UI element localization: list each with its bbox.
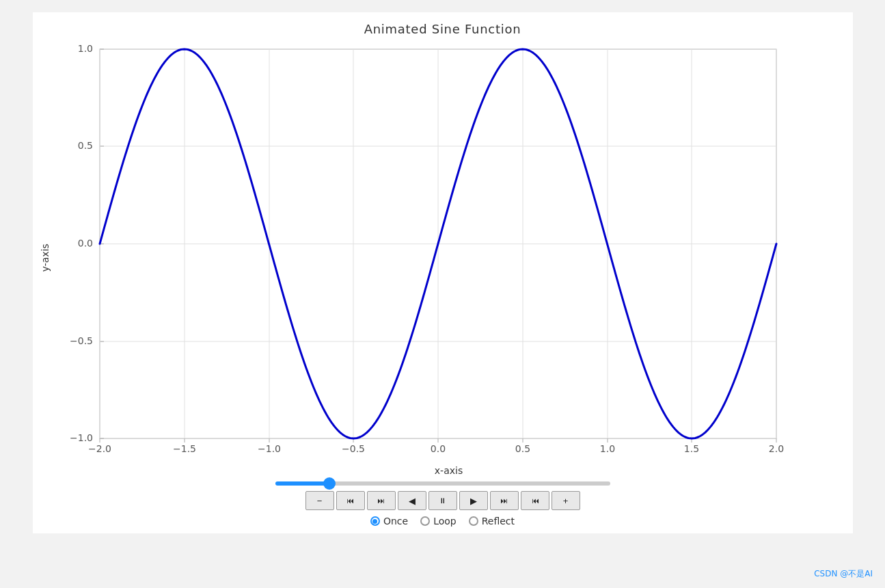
radio-row: Once Loop Reflect [370,516,515,527]
speed-increase-button[interactable]: + [552,491,580,510]
x-tick-label: 0.5 [515,443,530,454]
x-tick-label: −1.0 [258,443,281,454]
slider-row [272,481,614,486]
animation-slider[interactable] [275,481,610,486]
x-axis-label: x-axis [435,465,463,476]
svg-container: 1.0 0.5 0.0 −0.5 −1.0 [52,39,846,462]
x-tick-label: −0.5 [342,443,365,454]
x-tick-label: 0.0 [430,443,445,454]
chart-svg: 1.0 0.5 0.0 −0.5 −1.0 [52,39,790,462]
radio-reflect-circle[interactable] [469,516,478,526]
next-frame-button[interactable]: ⏭ [490,491,519,510]
play-button[interactable]: ▶ [459,491,488,510]
prev-frame-button[interactable]: ◀ [398,491,426,510]
figure-container: Animated Sine Function y-axis [33,12,853,533]
x-tick-label: 2.0 [768,443,783,454]
step-back-button[interactable]: ⏭ [367,491,396,510]
skip-start-button[interactable]: ⏮ [336,491,365,510]
radio-option-reflect[interactable]: Reflect [469,516,515,527]
chart-area: y-axis [33,39,853,476]
chart-with-axes: 1.0 0.5 0.0 −0.5 −1.0 [52,39,846,476]
y-tick-label: −1.0 [70,432,93,443]
x-tick-label: 1.0 [599,443,614,454]
watermark: CSDN @不是AI [814,568,873,580]
radio-option-loop[interactable]: Loop [420,516,457,527]
x-tick-label: −1.5 [173,443,196,454]
x-tick-label: −2.0 [88,443,111,454]
pause-button[interactable]: ⏸ [428,491,457,510]
chart-title: Animated Sine Function [364,22,521,36]
y-tick-label: −0.5 [70,335,93,346]
radio-once-label: Once [383,516,408,527]
y-tick-label: 1.0 [77,43,92,54]
x-tick-label: 1.5 [683,443,698,454]
radio-once-circle[interactable] [370,516,380,526]
controls-area: − ⏮ ⏭ ◀ ⏸ ▶ ⏭ ⏭ + Once Loop Reflect [33,481,853,527]
speed-decrease-button[interactable]: − [305,491,334,510]
y-tick-label: 0.5 [77,140,92,151]
radio-reflect-label: Reflect [482,516,515,527]
radio-loop-circle[interactable] [420,516,430,526]
buttons-row: − ⏮ ⏭ ◀ ⏸ ▶ ⏭ ⏭ + [305,491,580,510]
radio-option-once[interactable]: Once [370,516,408,527]
y-tick-label: 0.0 [77,238,92,249]
y-axis-label: y-axis [40,46,51,469]
skip-end-button[interactable]: ⏭ [521,491,549,510]
radio-loop-label: Loop [433,516,457,527]
